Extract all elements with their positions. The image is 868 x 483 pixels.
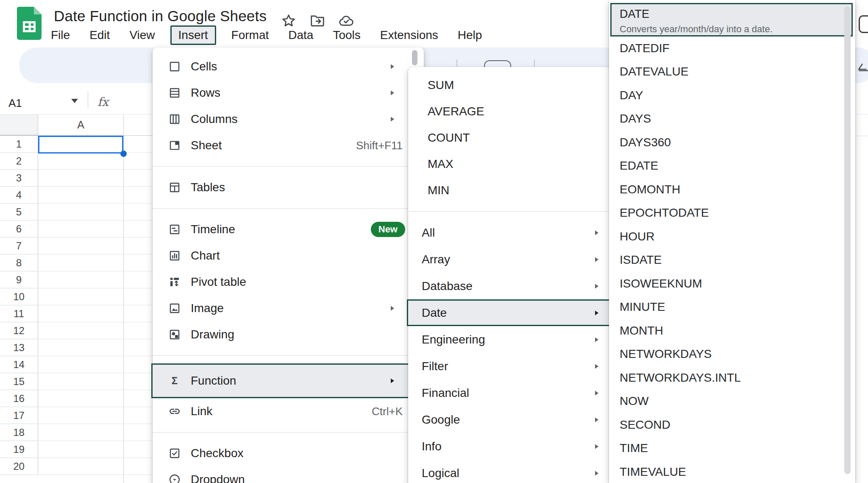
grid-row-9[interactable] — [38, 271, 153, 288]
menu-extensions[interactable]: Extensions — [376, 27, 442, 44]
grid-row-10[interactable] — [38, 288, 153, 305]
document-title[interactable]: Date Function in Google Sheets — [54, 8, 267, 25]
grid-row-2[interactable] — [38, 153, 153, 170]
date-function-isoweeknum[interactable]: ISOWEEKNUM — [609, 272, 855, 296]
menu-format[interactable]: Format — [227, 27, 273, 44]
insert-menu-item-chart[interactable]: Chart — [153, 243, 424, 269]
insert-menu-item-columns[interactable]: Columns — [153, 106, 424, 132]
select-all-corner[interactable] — [0, 114, 38, 136]
row-header-1[interactable]: 1 — [0, 136, 38, 153]
grid-row-19[interactable] — [38, 441, 153, 458]
row-header-2[interactable]: 2 — [0, 153, 38, 170]
grid-row-4[interactable] — [38, 187, 153, 204]
insert-menu-item-image[interactable]: Image — [153, 295, 424, 321]
row-header-15[interactable]: 15 — [0, 373, 38, 390]
function-category-array[interactable]: Array — [408, 246, 610, 273]
function-category-info[interactable]: Info — [408, 433, 610, 460]
function-item-average[interactable]: AVERAGE — [408, 98, 610, 125]
grid-row-16[interactable] — [38, 390, 153, 407]
search-icon[interactable] — [36, 58, 50, 73]
insert-menu-scrollbar[interactable] — [412, 50, 417, 65]
row-header-16[interactable]: 16 — [0, 390, 38, 407]
row-header-8[interactable]: 8 — [0, 254, 38, 271]
insert-menu-item-rows[interactable]: Rows — [153, 80, 424, 106]
name-box-caret-icon[interactable] — [71, 99, 78, 103]
date-function-hour[interactable]: HOUR — [609, 225, 855, 248]
date-function-second[interactable]: SECOND — [609, 413, 855, 437]
fill-handle[interactable] — [120, 151, 127, 157]
insert-menu-item-link[interactable]: Link Ctrl+K — [153, 398, 424, 424]
row-header-19[interactable]: 19 — [0, 441, 38, 458]
grid-row-5[interactable] — [38, 204, 153, 221]
row-header-6[interactable]: 6 — [0, 221, 38, 237]
name-box[interactable]: A1 — [8, 97, 22, 110]
date-function-time[interactable]: TIME — [609, 437, 855, 461]
date-function-isdate[interactable]: ISDATE — [609, 248, 855, 272]
menu-edit[interactable]: Edit — [85, 27, 114, 44]
date-function-datevalue[interactable]: DATEVALUE — [609, 60, 855, 84]
function-item-min[interactable]: MIN — [408, 177, 610, 204]
print-icon[interactable] — [125, 58, 139, 73]
function-category-all[interactable]: All — [408, 219, 610, 246]
function-item-sum[interactable]: SUM — [408, 72, 610, 98]
grid-row-20[interactable] — [38, 458, 153, 475]
menu-data[interactable]: Data — [284, 27, 317, 44]
row-header-14[interactable]: 14 — [0, 356, 38, 373]
redo-icon[interactable] — [95, 58, 110, 73]
google-sheets-logo[interactable] — [17, 7, 42, 40]
row-header-11[interactable]: 11 — [0, 305, 38, 322]
date-function-day[interactable]: DAY — [609, 84, 855, 107]
selected-cell-a1[interactable] — [38, 136, 123, 154]
insert-menu-item-drawing[interactable]: Drawing — [153, 321, 424, 348]
grid-row-7[interactable] — [38, 237, 153, 254]
insert-menu-item-cells[interactable]: Cells — [153, 53, 424, 80]
row-header-18[interactable]: 18 — [0, 424, 38, 441]
menu-view[interactable]: View — [125, 27, 159, 44]
grid-row-6[interactable] — [38, 221, 153, 237]
menu-insert[interactable]: Insert — [170, 25, 216, 45]
row-header-12[interactable]: 12 — [0, 322, 38, 339]
function-category-date[interactable]: Date — [407, 299, 612, 326]
date-function-month[interactable]: MONTH — [609, 319, 855, 343]
function-category-logical[interactable]: Logical — [408, 460, 610, 483]
grid-row-18[interactable] — [38, 424, 153, 441]
row-header-4[interactable]: 4 — [0, 187, 38, 204]
date-function-timevalue[interactable]: TIMEVALUE — [609, 460, 855, 483]
date-function-networkdays-intl[interactable]: NETWORKDAYS.INTL — [609, 366, 855, 390]
grid-row-15[interactable] — [38, 373, 153, 390]
menu-tools[interactable]: Tools — [328, 27, 364, 44]
date-function-eomonth[interactable]: EOMONTH — [609, 178, 855, 201]
row-header-9[interactable]: 9 — [0, 271, 38, 288]
function-category-database[interactable]: Database — [408, 273, 610, 299]
grid-row-11[interactable] — [38, 305, 153, 322]
date-function-edate[interactable]: EDATE — [609, 154, 855, 178]
function-category-filter[interactable]: Filter — [408, 353, 610, 380]
insert-menu-item-sheet[interactable]: Sheet Shift+F11 — [153, 132, 424, 159]
row-header-17[interactable]: 17 — [0, 407, 38, 424]
row-header-13[interactable]: 13 — [0, 339, 38, 356]
menu-help[interactable]: Help — [453, 27, 487, 44]
undo-icon[interactable] — [66, 58, 80, 73]
row-header-3[interactable]: 3 — [0, 170, 38, 187]
grid-row-3[interactable] — [38, 170, 153, 187]
date-function-networkdays[interactable]: NETWORKDAYS — [609, 343, 855, 366]
insert-menu-item-tables[interactable]: Tables — [153, 174, 424, 201]
insert-menu-item-timeline[interactable]: Timeline New — [153, 216, 424, 243]
date-submenu-scrollbar[interactable] — [844, 6, 851, 474]
menu-file[interactable]: File — [47, 27, 74, 44]
function-category-engineering[interactable]: Engineering — [408, 326, 610, 353]
insert-menu-item-checkbox[interactable]: Checkbox — [153, 440, 424, 466]
column-header-a[interactable]: A — [38, 114, 123, 136]
date-function-minute[interactable]: MINUTE — [609, 296, 855, 319]
date-function-epochtodate[interactable]: EPOCHTODATE — [609, 201, 855, 225]
date-function-days360[interactable]: DAYS360 — [609, 131, 855, 154]
row-header-10[interactable]: 10 — [0, 288, 38, 305]
date-function-datedif[interactable]: DATEDIF — [609, 36, 855, 60]
date-function-highlighted[interactable]: DATE Converts year/month/day into a date… — [610, 3, 853, 36]
grid-row-12[interactable] — [38, 322, 153, 339]
function-category-google[interactable]: Google — [408, 406, 610, 433]
date-function-days[interactable]: DAYS — [609, 107, 855, 131]
insert-menu-item-pivot-table[interactable]: Pivot table — [153, 269, 424, 295]
function-item-max[interactable]: MAX — [408, 151, 610, 177]
row-header-5[interactable]: 5 — [0, 204, 38, 221]
